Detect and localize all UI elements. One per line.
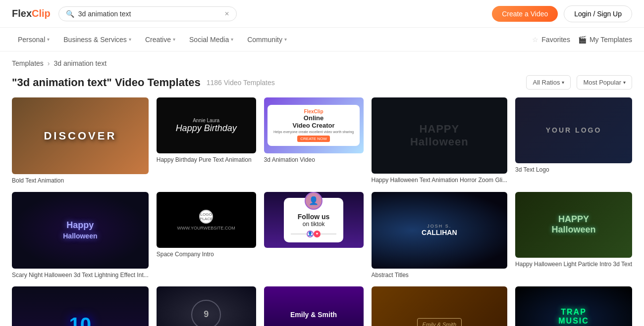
nav-personal[interactable]: Personal ▾ <box>12 28 55 51</box>
template-card[interactable]: HappyHalloween Scary Night Halloween 3d … <box>12 192 149 279</box>
card-thumbnail: TRAPMUSIC BEST TRAP MUSIC <box>515 286 632 326</box>
sort-filter-button[interactable]: Most Popular ▾ <box>577 75 632 90</box>
thumb-content: HAPPYHalloween <box>410 123 469 148</box>
thumb-content: TRAPMUSIC BEST TRAP MUSIC <box>556 308 591 326</box>
ratio-filter-label: All Ratios <box>533 79 560 86</box>
nav-community[interactable]: Community ▾ <box>241 28 293 51</box>
template-card[interactable]: YOUR LOGO 3d Text Logo <box>515 97 632 184</box>
template-card[interactable]: HAPPYHalloween Happy Halloween Text Anim… <box>372 97 508 184</box>
name-text: Emily & Smith <box>290 311 337 319</box>
thumb-text: HAPPYHalloween <box>410 123 469 148</box>
sort-filter-label: Most Popular <box>583 79 621 86</box>
thumb-text: Happy Birthday <box>176 123 237 134</box>
flexclip-logo: FlexClip <box>273 109 354 114</box>
thumb-content: HappyHalloween <box>63 220 97 241</box>
card-thumbnail: HAPPYHalloween <box>515 192 632 258</box>
card-thumbnail: HAPPYHalloween <box>372 97 508 174</box>
card-thumbnail: Emily & Smith <box>372 286 508 326</box>
card-thumbnail: FlexClip OnlineVideo Creator Helps every… <box>264 97 364 153</box>
card-thumbnail: 9 <box>157 286 256 326</box>
heart-icon: ♥ <box>314 231 321 237</box>
card-thumbnail: HappyHalloween <box>12 192 149 269</box>
card-label: Happy Halloween Text Animation Horror Zo… <box>372 177 508 184</box>
thumb-content: Annie Laura Happy Birthday <box>176 118 237 134</box>
search-bar[interactable]: 🔍 ✕ <box>58 6 237 21</box>
chevron-down-icon: ▾ <box>173 37 175 42</box>
template-grid: DISCOVER Bold Text Animation Annie Laura… <box>0 97 644 326</box>
page-title: "3d animation text" Video Templates <box>12 76 201 89</box>
logo: FlexClip <box>12 8 51 19</box>
thumb-content: LOGOPLACE WWW.YOURWEBSITE.COM <box>177 210 235 231</box>
line <box>291 233 307 234</box>
nav-social-media[interactable]: Social Media ▾ <box>183 28 239 51</box>
nav-creative-label: Creative <box>145 36 171 44</box>
card-label: Happy Halloween Light Particle Intro 3d … <box>515 261 632 268</box>
template-card[interactable]: Emily & Smith <box>372 286 508 326</box>
main-nav: Personal ▾ Business & Services ▾ Creativ… <box>0 28 644 51</box>
template-card[interactable]: 10 <box>12 286 149 326</box>
card-label: Happy Birthday Pure Text Animation <box>157 156 256 163</box>
thumb-text: HappyHalloween <box>63 220 97 241</box>
template-card[interactable]: TRAPMUSIC BEST TRAP MUSIC <box>515 286 632 326</box>
card-thumbnail: Emily & Smith <box>264 286 364 326</box>
card-label: 3d Text Logo <box>515 166 632 173</box>
template-card[interactable]: FlexClip OnlineVideo Creator Helps every… <box>264 97 364 184</box>
card-thumbnail: LOGOPLACE WWW.YOURWEBSITE.COM <box>157 192 256 248</box>
card-thumbnail: 10 <box>12 286 149 326</box>
thumb-content: Emily & Smith <box>286 307 341 323</box>
header-actions: Create a Video Login / Sign Up <box>492 5 632 22</box>
follow-text: Follow us <box>291 213 336 221</box>
my-templates-label: My Templates <box>590 36 632 44</box>
template-card[interactable]: LOGOPLACE WWW.YOURWEBSITE.COM Space Comp… <box>157 192 256 279</box>
header: FlexClip 🔍 ✕ Create a Video Login / Sign… <box>0 0 644 28</box>
nav-personal-label: Personal <box>18 36 45 44</box>
star-icon: ☆ <box>532 36 538 44</box>
profile-icon: 👤 <box>307 231 314 237</box>
card-thumbnail: JOSH S. CALLIHAN <box>372 192 508 268</box>
nav-community-label: Community <box>247 36 282 44</box>
thumb-text: 10 <box>69 314 92 326</box>
brand-text: Emily & Smith <box>423 322 456 326</box>
template-card[interactable]: 9 <box>157 286 256 326</box>
thumb-name: Annie Laura <box>176 118 237 123</box>
thumb-text: HAPPYHalloween <box>552 214 596 235</box>
breadcrumb-current: 3d animation text <box>54 59 107 67</box>
thumb-subtitle: Helps everyone create excellent video wo… <box>273 130 354 134</box>
breadcrumb-separator: › <box>48 59 50 67</box>
page-title-query: "3d animation text" <box>12 76 112 89</box>
search-input[interactable] <box>78 10 220 18</box>
chevron-down-icon: ▾ <box>231 37 233 42</box>
card-label: Abstract Titles <box>372 272 508 279</box>
filter-controls: All Ratios ▾ Most Popular ▾ <box>526 75 632 90</box>
nav-right-section: ☆ Favorites 🎬 My Templates <box>532 36 632 44</box>
chevron-down-icon: ▾ <box>129 37 131 42</box>
favorites-link[interactable]: ☆ Favorites <box>532 36 570 44</box>
nav-creative[interactable]: Creative ▾ <box>139 28 181 51</box>
template-card[interactable]: DISCOVER Bold Text Animation <box>12 97 149 184</box>
ratio-filter-button[interactable]: All Ratios ▾ <box>526 75 571 90</box>
chevron-down-icon: ▾ <box>623 80 626 85</box>
nav-social-label: Social Media <box>189 36 229 44</box>
template-card[interactable]: HAPPYHalloween Happy Halloween Light Par… <box>515 192 632 279</box>
my-templates-link[interactable]: 🎬 My Templates <box>578 36 632 44</box>
favorites-label: Favorites <box>541 36 570 44</box>
template-card[interactable]: 👤 Follow us on tiktok 👤 ♥ <box>264 192 364 279</box>
clear-icon[interactable]: ✕ <box>224 10 229 17</box>
tiktok-follow-card: 👤 Follow us on tiktok 👤 ♥ <box>284 198 343 242</box>
breadcrumb: Templates › 3d animation text <box>0 51 644 71</box>
card-thumbnail: 👤 Follow us on tiktok 👤 ♥ <box>264 192 364 248</box>
line <box>321 233 336 234</box>
breadcrumb-root[interactable]: Templates <box>12 59 44 67</box>
nav-business[interactable]: Business & Services ▾ <box>57 28 137 51</box>
result-count: 1186 Video Templates <box>207 79 275 87</box>
template-card[interactable]: JOSH S. CALLIHAN Abstract Titles <box>372 192 508 279</box>
page-title-section: "3d animation text" Video Templates 1186… <box>0 71 644 97</box>
thumb-text: DISCOVER <box>44 130 116 142</box>
login-button[interactable]: Login / Sign Up <box>564 5 632 22</box>
nav-business-label: Business & Services <box>63 36 127 44</box>
create-video-button[interactable]: Create a Video <box>492 6 558 22</box>
template-card[interactable]: Annie Laura Happy Birthday Happy Birthda… <box>157 97 256 184</box>
number-text: 9 <box>204 309 209 320</box>
template-card[interactable]: Emily & Smith <box>264 286 364 326</box>
search-icon: 🔍 <box>66 10 74 18</box>
